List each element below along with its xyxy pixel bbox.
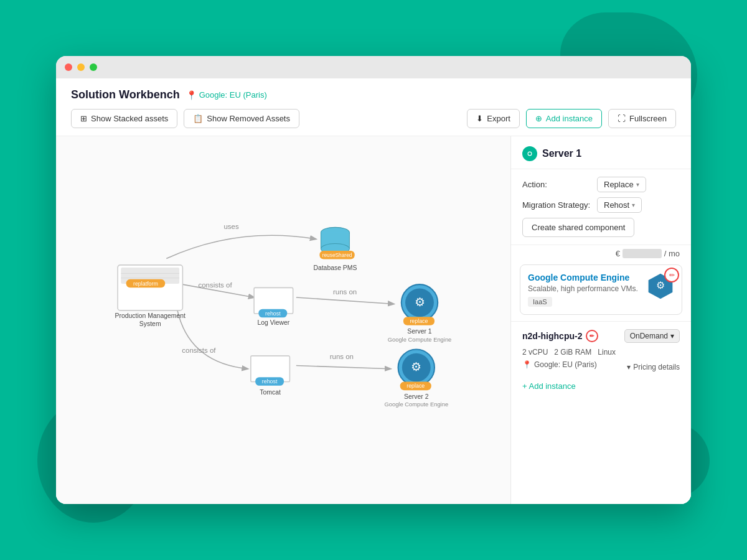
chevron-down-icon: ▾ (636, 181, 639, 188)
export-button[interactable]: ⬇ Export (467, 109, 520, 128)
toolbar: ⊞ Show Stacked assets 📋 Show Removed Ass… (56, 101, 691, 136)
service-edit-button[interactable]: ✏ (664, 268, 679, 282)
ram-spec: 2 GiB RAM (554, 348, 591, 357)
instance-name: n2d-highcpu-2 (522, 331, 582, 341)
header: Solution Workbench 📍 Google: EU (Paris) (56, 78, 691, 101)
svg-text:Server 1: Server 1 (407, 328, 432, 335)
svg-text:Production Management: Production Management (115, 312, 186, 319)
svg-point-43 (526, 150, 533, 157)
location-badge: 📍 Google: EU (Paris) (186, 90, 267, 100)
service-card: Google Compute Engine Scalable, high per… (520, 264, 682, 315)
export-icon: ⬇ (476, 114, 483, 123)
instance-location-text: Google: EU (Paris) (534, 360, 597, 369)
migration-label: Migration Strategy: (522, 200, 591, 210)
close-dot[interactable] (65, 63, 72, 71)
instance-section: n2d-highcpu-2 ✏ OnDemand ▾ 2 vCPU 2 GiB … (511, 321, 691, 401)
svg-text:replace: replace (410, 318, 428, 324)
pricing-details-link[interactable]: ▾ Pricing details (627, 363, 680, 371)
svg-text:Tomcat: Tomcat (260, 389, 281, 396)
stacked-icon: ⊞ (80, 114, 87, 123)
pricing-details-label: Pricing details (633, 363, 680, 371)
action-value: Replace (604, 180, 634, 189)
svg-text:rehost: rehost (265, 310, 281, 317)
removed-icon: 📋 (193, 114, 203, 123)
header-title-row: Solution Workbench 📍 Google: EU (Paris) (71, 88, 676, 101)
demand-value: OnDemand (630, 332, 668, 340)
os-spec: Linux (598, 348, 616, 357)
toolbar-right: ⬇ Export ⊕ Add instance ⛶ Fullscreen (467, 109, 676, 128)
demand-dropdown[interactable]: OnDemand ▾ (624, 329, 680, 343)
svg-text:System: System (139, 320, 161, 327)
show-stacked-label: Show Stacked assets (91, 114, 168, 123)
service-name[interactable]: Google Compute Engine (528, 273, 642, 282)
migration-row: Migration Strategy: Rehost ▾ (522, 197, 680, 213)
main-window: Solution Workbench 📍 Google: EU (Paris) … (56, 56, 691, 504)
svg-text:Google Compute Engine: Google Compute Engine (388, 337, 452, 343)
svg-text:⚙: ⚙ (656, 280, 665, 291)
add-instance-icon: ⊕ (535, 114, 542, 123)
server-icon (522, 146, 537, 161)
instance-location: 📍 Google: EU (Paris) (522, 360, 597, 369)
add-instance-button[interactable]: ⊕ Add instance (526, 109, 602, 128)
show-stacked-button[interactable]: ⊞ Show Stacked assets (71, 109, 177, 128)
export-label: Export (487, 114, 510, 123)
minimize-dot[interactable] (77, 63, 85, 71)
side-panel: Server 1 Action: Replace ▾ Migration Str… (510, 136, 691, 504)
svg-text:runs on: runs on (330, 353, 354, 360)
show-removed-label: Show Removed Assets (207, 114, 290, 123)
panel-actions: Action: Replace ▾ Migration Strategy: Re… (511, 169, 691, 245)
add-instance-text: + Add instance (522, 381, 576, 391)
window-chrome (56, 56, 691, 78)
price-row: € ●●● / mo (511, 245, 691, 258)
service-tag: IaaS (528, 297, 552, 307)
maximize-dot[interactable] (90, 63, 97, 71)
diagram-svg: uses consists of runs on consists of run… (56, 136, 510, 504)
svg-text:replace: replace (406, 383, 425, 389)
action-label: Action: (522, 180, 591, 189)
service-card-header: Google Compute Engine Scalable, high per… (528, 273, 674, 307)
instance-edit-button[interactable]: ✏ (586, 330, 598, 342)
fullscreen-icon: ⛶ (618, 114, 626, 123)
demand-chevron-icon: ▾ (670, 332, 674, 340)
price-blurred: ●●● (622, 249, 662, 258)
panel-server-title: Server 1 (542, 148, 581, 159)
create-shared-label: Create shared component (532, 223, 625, 232)
svg-text:rehost: rehost (262, 378, 278, 385)
panel-title: Server 1 (522, 146, 680, 161)
action-dropdown[interactable]: Replace ▾ (597, 177, 646, 192)
svg-text:reuseShared: reuseShared (322, 252, 352, 258)
migration-value: Rehost (604, 200, 629, 210)
svg-text:replatform: replatform (133, 281, 158, 287)
page-title: Solution Workbench (71, 88, 180, 101)
window-body: Solution Workbench 📍 Google: EU (Paris) … (56, 78, 691, 504)
location-pin-icon: 📍 (522, 360, 532, 369)
instance-specs: 2 vCPU 2 GiB RAM Linux (522, 348, 680, 357)
svg-text:Google Compute Engine: Google Compute Engine (384, 401, 448, 408)
instance-header: n2d-highcpu-2 ✏ OnDemand ▾ (522, 329, 680, 343)
svg-text:⚙: ⚙ (415, 296, 425, 309)
show-removed-button[interactable]: 📋 Show Removed Assets (184, 109, 299, 128)
toolbar-left: ⊞ Show Stacked assets 📋 Show Removed Ass… (71, 109, 461, 128)
svg-text:consists of: consists of (182, 347, 216, 354)
add-instance-label: Add instance (546, 114, 593, 123)
svg-text:Log Viewer: Log Viewer (257, 319, 289, 326)
svg-text:Server 2: Server 2 (404, 393, 429, 400)
chevron-down-icon-2: ▾ (632, 202, 635, 208)
location-icon: 📍 (186, 90, 197, 100)
service-icon-wrap: ⚙ ✏ (647, 273, 674, 302)
location-text[interactable]: Google: EU (Paris) (199, 90, 267, 100)
create-shared-button[interactable]: Create shared component (522, 218, 634, 237)
svg-text:runs on: runs on (333, 288, 357, 296)
migration-dropdown[interactable]: Rehost ▾ (597, 197, 642, 213)
price-text: € ●●● / mo (616, 249, 680, 258)
expand-icon: ▾ (627, 363, 631, 371)
service-info: Google Compute Engine Scalable, high per… (528, 273, 642, 307)
svg-text:Database PMS: Database PMS (313, 264, 357, 271)
diagram-area[interactable]: uses consists of runs on consists of run… (56, 136, 510, 504)
instance-name-row: n2d-highcpu-2 ✏ (522, 330, 598, 342)
add-instance-link[interactable]: + Add instance (522, 379, 680, 393)
panel-header: Server 1 (511, 136, 691, 169)
svg-text:consists of: consists of (198, 281, 232, 289)
fullscreen-button[interactable]: ⛶ Fullscreen (608, 109, 676, 128)
svg-text:uses: uses (223, 223, 238, 231)
